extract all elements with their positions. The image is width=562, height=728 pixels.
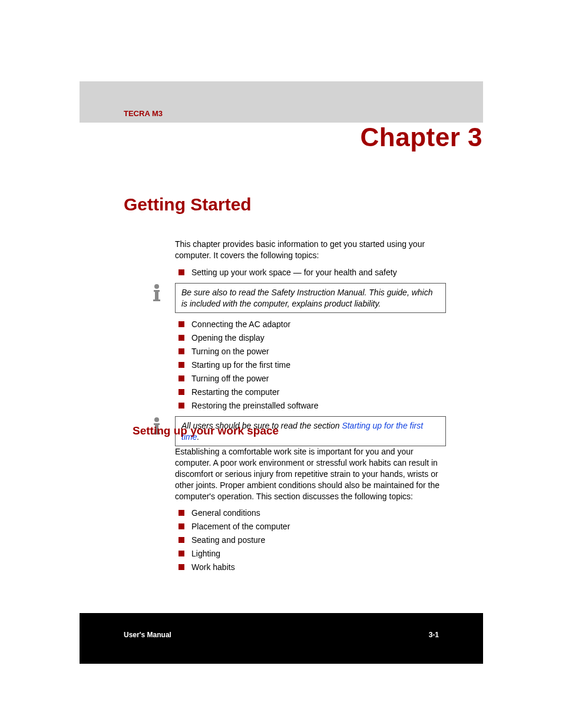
- list-item: General conditions: [178, 508, 446, 519]
- list-item: Starting up for the first time: [178, 360, 446, 371]
- bullet-list-top: Setting up your work space — for your he…: [178, 267, 446, 278]
- list-item: Connecting the AC adaptor: [178, 319, 446, 330]
- list-item: Lighting: [178, 548, 446, 559]
- list-item: Work habits: [178, 562, 446, 573]
- list-item: Seating and posture: [178, 535, 446, 546]
- chapter-title: Chapter 3: [361, 123, 482, 152]
- intro-paragraph: This chapter provides basic information …: [175, 239, 446, 261]
- bullet-list-sub: General conditions Placement of the comp…: [178, 508, 446, 572]
- subsection-paragraph: Establishing a comfortable work site is …: [175, 446, 446, 502]
- svg-point-4: [154, 417, 159, 422]
- info-icon: [148, 283, 166, 303]
- header-bar: TECRA M3: [80, 81, 483, 123]
- footer-bar: User's Manual 3-1: [80, 613, 483, 664]
- list-item: Setting up your work space — for your he…: [178, 267, 446, 278]
- section-title: Getting Started: [124, 195, 252, 215]
- svg-rect-3: [153, 299, 160, 301]
- list-item: Opening the display: [178, 332, 446, 344]
- footer-page-number: 3-1: [429, 631, 439, 639]
- list-item: Restoring the preinstalled software: [178, 400, 446, 411]
- list-item: Turning on the power: [178, 346, 446, 357]
- page: TECRA M3 Chapter 3 Getting Started This …: [0, 0, 562, 728]
- footer-left: User's Manual: [124, 631, 171, 639]
- svg-rect-2: [155, 290, 158, 299]
- svg-point-0: [154, 284, 159, 289]
- list-item: Turning off the power: [178, 373, 446, 384]
- product-label: TECRA M3: [124, 109, 163, 118]
- list-item: Restarting the computer: [178, 387, 446, 398]
- content-column: This chapter provides basic information …: [175, 239, 446, 452]
- bullet-list-mid: Connecting the AC adaptor Opening the di…: [178, 319, 446, 411]
- note-row-1: Be sure also to read the Safety Instruct…: [175, 283, 446, 314]
- note-box-1: Be sure also to read the Safety Instruct…: [175, 283, 446, 314]
- subsection-content: Establishing a comfortable work site is …: [175, 446, 446, 578]
- subsection-heading: Setting up your work space: [133, 424, 279, 437]
- list-item: Placement of the computer: [178, 521, 446, 532]
